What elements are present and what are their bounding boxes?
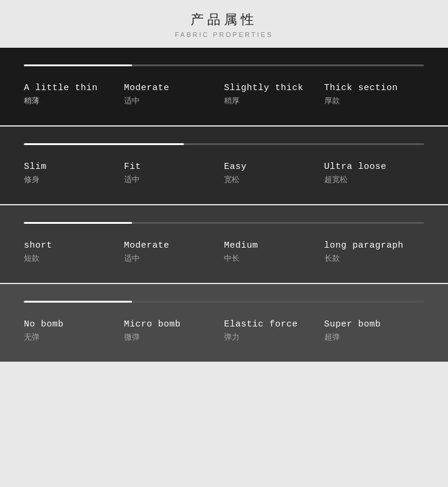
label-en-fit-0: Slim bbox=[24, 162, 118, 172]
section-thickness: A little thin稍薄Moderate适中Slightly thick稍… bbox=[0, 48, 448, 125]
label-en-thickness-1: Moderate bbox=[124, 83, 219, 93]
label-item-thickness-3: Thick section厚款 bbox=[324, 83, 425, 106]
slider-track-length[interactable] bbox=[24, 222, 424, 224]
label-en-length-0: short bbox=[24, 241, 118, 251]
slider-fill-elasticity bbox=[24, 301, 132, 303]
labels-row-thickness: A little thin稍薄Moderate适中Slightly thick稍… bbox=[24, 83, 424, 106]
page-title-cn: 产品属性 bbox=[0, 11, 448, 29]
label-cn-elasticity-3: 超弹 bbox=[324, 332, 419, 343]
slider-fill-length bbox=[24, 222, 132, 224]
label-en-fit-2: Easy bbox=[224, 162, 318, 172]
label-item-length-0: short短款 bbox=[24, 241, 124, 264]
slider-fill-thickness bbox=[24, 64, 132, 66]
label-item-elasticity-3: Super bomb超弹 bbox=[324, 319, 425, 343]
label-cn-length-0: 短款 bbox=[24, 253, 118, 264]
slider-fill-fit bbox=[24, 143, 184, 145]
section-elasticity: No bomb无弹Micro bomb微弹Elastic force弹力Supe… bbox=[0, 284, 448, 362]
labels-row-length: short短款Moderate适中Medium中长long paragraph长… bbox=[24, 241, 424, 264]
label-en-fit-1: Fit bbox=[124, 162, 219, 172]
label-en-length-1: Moderate bbox=[124, 241, 219, 251]
slider-track-fit[interactable] bbox=[24, 143, 424, 145]
label-en-elasticity-3: Super bomb bbox=[324, 319, 419, 329]
page-title-en: FABRIC PROPERTIES bbox=[0, 31, 448, 38]
label-cn-thickness-3: 厚款 bbox=[324, 95, 419, 106]
label-en-length-2: Medium bbox=[224, 241, 318, 251]
label-cn-length-3: 长款 bbox=[324, 253, 419, 264]
label-item-thickness-1: Moderate适中 bbox=[124, 83, 225, 106]
slider-track-elasticity[interactable] bbox=[24, 301, 424, 303]
page-header: 产品属性 FABRIC PROPERTIES bbox=[0, 0, 448, 48]
section-fit: Slim修身Fit适中Easy宽松Ultra loose超宽松 bbox=[0, 127, 448, 204]
label-item-fit-0: Slim修身 bbox=[24, 162, 124, 185]
section-length: short短款Moderate适中Medium中长long paragraph长… bbox=[0, 205, 448, 283]
label-cn-length-1: 适中 bbox=[124, 253, 219, 264]
label-item-length-1: Moderate适中 bbox=[124, 241, 225, 264]
label-item-fit-3: Ultra loose超宽松 bbox=[324, 162, 425, 185]
label-cn-thickness-2: 稍厚 bbox=[224, 95, 318, 106]
labels-row-elasticity: No bomb无弹Micro bomb微弹Elastic force弹力Supe… bbox=[24, 319, 424, 343]
label-cn-fit-1: 适中 bbox=[124, 174, 219, 185]
label-en-length-3: long paragraph bbox=[324, 241, 419, 251]
label-en-elasticity-0: No bomb bbox=[24, 319, 118, 329]
labels-row-fit: Slim修身Fit适中Easy宽松Ultra loose超宽松 bbox=[24, 162, 424, 185]
label-en-elasticity-2: Elastic force bbox=[224, 319, 318, 329]
label-cn-fit-3: 超宽松 bbox=[324, 174, 419, 185]
label-cn-thickness-1: 适中 bbox=[124, 95, 219, 106]
label-item-elasticity-1: Micro bomb微弹 bbox=[124, 319, 225, 343]
label-en-thickness-2: Slightly thick bbox=[224, 83, 318, 93]
label-en-elasticity-1: Micro bomb bbox=[124, 319, 219, 329]
label-cn-elasticity-2: 弹力 bbox=[224, 332, 318, 343]
label-cn-fit-0: 修身 bbox=[24, 174, 118, 185]
label-en-fit-3: Ultra loose bbox=[324, 162, 419, 172]
label-cn-length-2: 中长 bbox=[224, 253, 318, 264]
slider-track-thickness[interactable] bbox=[24, 64, 424, 66]
label-item-fit-1: Fit适中 bbox=[124, 162, 225, 185]
label-item-fit-2: Easy宽松 bbox=[224, 162, 324, 185]
label-item-length-3: long paragraph长款 bbox=[324, 241, 425, 264]
label-item-thickness-0: A little thin稍薄 bbox=[24, 83, 124, 106]
label-cn-thickness-0: 稍薄 bbox=[24, 95, 118, 106]
label-cn-fit-2: 宽松 bbox=[224, 174, 318, 185]
label-item-length-2: Medium中长 bbox=[224, 241, 324, 264]
label-item-elasticity-0: No bomb无弹 bbox=[24, 319, 124, 343]
label-en-thickness-3: Thick section bbox=[324, 83, 419, 93]
label-item-thickness-2: Slightly thick稍厚 bbox=[224, 83, 324, 106]
label-cn-elasticity-0: 无弹 bbox=[24, 332, 118, 343]
label-item-elasticity-2: Elastic force弹力 bbox=[224, 319, 324, 343]
label-cn-elasticity-1: 微弹 bbox=[124, 332, 219, 343]
label-en-thickness-0: A little thin bbox=[24, 83, 118, 93]
